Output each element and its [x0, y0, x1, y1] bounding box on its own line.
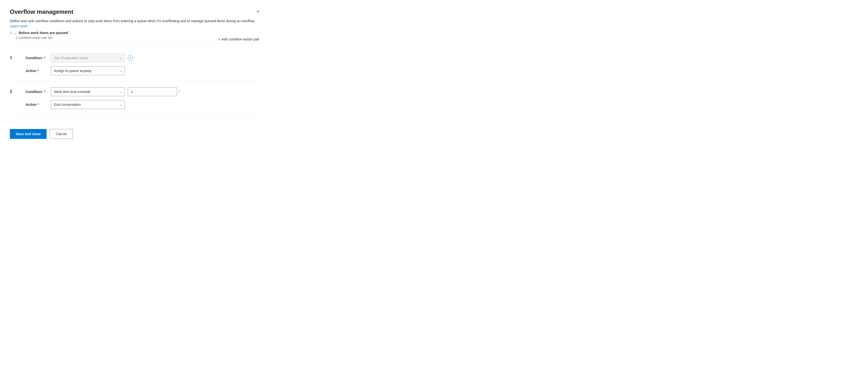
overflow-management-dialog: Overflow management × Define and rank ov… — [0, 0, 271, 148]
row-number-1: 1 — [10, 54, 20, 60]
table-row: 2 Condition: * Work item limit exceeds ⌄ — [10, 81, 261, 115]
conditions-container: 1 Condition: * Out of operation hours ⌄ — [10, 48, 261, 115]
section-chevron-icon[interactable]: ✓ ⌄ — [10, 31, 17, 35]
learn-more-link[interactable]: Learn more — [10, 24, 28, 28]
required-star: * — [44, 56, 45, 60]
info-icon-1[interactable]: i — [128, 55, 133, 61]
work-item-limit-input[interactable] — [128, 87, 177, 96]
number-input-group: * — [128, 87, 180, 96]
dialog-footer: Save and close Cancel — [10, 125, 261, 139]
condition-select-wrapper-1: Out of operation hours ⌄ — [51, 54, 125, 62]
action-select-1[interactable]: Assign to queue anyway — [51, 66, 125, 75]
action-field-row-2: Action * End conversation ⌄ — [26, 100, 261, 109]
condition-select-wrapper-2: Work item limit exceeds ⌄ — [51, 87, 125, 96]
required-star: * — [37, 102, 38, 107]
condition-field-row-1: Condition: * Out of operation hours ⌄ i — [26, 54, 261, 62]
condition-select-2[interactable]: Work item limit exceeds — [51, 87, 125, 96]
row-number-2: 2 — [10, 87, 20, 94]
add-condition-action-pair-button[interactable]: + Add condition-action pair — [217, 36, 261, 42]
action-label-2: Action * — [26, 102, 48, 107]
condition-label-2: Condition: * — [26, 90, 48, 94]
fields-group-2: Condition: * Work item limit exceeds ⌄ * — [26, 87, 261, 109]
action-select-2[interactable]: End conversation — [51, 100, 125, 109]
fields-group-1: Condition: * Out of operation hours ⌄ i — [26, 54, 261, 75]
section-header: ✓ ⌄ Before work items are queued — [10, 31, 261, 35]
section-title[interactable]: Before work items are queued — [19, 31, 68, 35]
condition-field-row-2: Condition: * Work item limit exceeds ⌄ * — [26, 87, 261, 96]
action-label-1: Action * — [26, 69, 48, 73]
condition-select-1[interactable]: Out of operation hours — [51, 54, 125, 62]
save-and-close-button[interactable]: Save and close — [10, 129, 46, 139]
dialog-header: Overflow management × — [10, 8, 261, 16]
action-select-wrapper-2: End conversation ⌄ — [51, 100, 125, 109]
close-button[interactable]: × — [254, 8, 261, 15]
action-field-row-1: Action * Assign to queue anyway ⌄ — [26, 66, 261, 75]
required-star: * — [44, 90, 45, 94]
dialog-title: Overflow management — [10, 8, 73, 16]
required-star: * — [37, 69, 38, 73]
section-subtitle: 2 condition-action pair set — [16, 36, 52, 39]
dialog-description: Define and rank overflow conditions and … — [10, 19, 261, 29]
required-indicator: * — [179, 90, 180, 94]
cancel-button[interactable]: Cancel — [50, 129, 73, 139]
condition-label-1: Condition: * — [26, 56, 48, 60]
table-row: 1 Condition: * Out of operation hours ⌄ — [10, 48, 261, 81]
action-select-wrapper-1: Assign to queue anyway ⌄ — [51, 66, 125, 75]
